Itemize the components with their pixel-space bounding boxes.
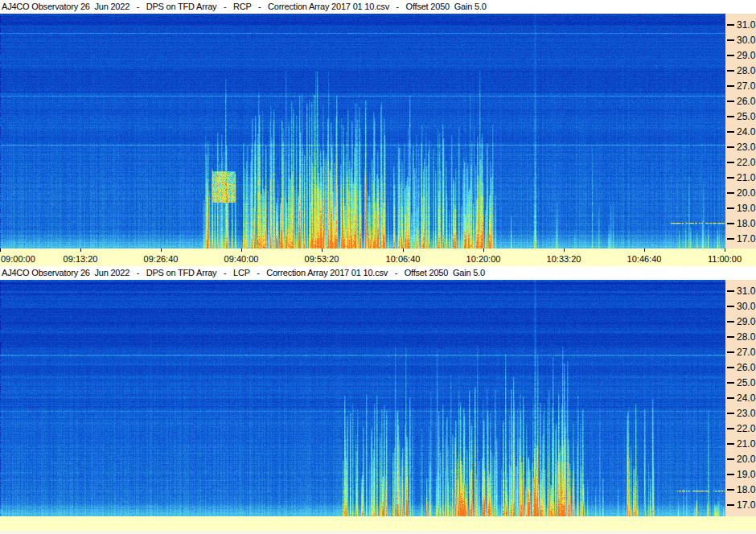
time-tick [241, 249, 242, 252]
freq-tick-label: 31.0 [737, 20, 755, 30]
freq-tick-label: 22.0 [737, 158, 755, 167]
freq-axis-lcp: 31.030.029.028.027.026.025.024.023.022.0… [725, 280, 756, 516]
freq-tick-label: 24.0 [737, 127, 755, 137]
freq-tick [727, 428, 734, 429]
time-tick-label: 10:20:00 [466, 255, 501, 264]
time-tick-label: 11:00:00 [708, 255, 742, 264]
freq-tick [727, 238, 734, 240]
freq-tick-label: 30.0 [737, 35, 755, 45]
freq-tick-label: 19.0 [737, 470, 755, 479]
freq-tick-label: 25.0 [737, 112, 755, 121]
freq-tick [727, 367, 734, 368]
time-tick [0, 249, 1, 252]
freq-tick [727, 443, 734, 445]
freq-tick [727, 336, 734, 338]
time-tick-label: 10:46:40 [627, 255, 662, 264]
freq-tick-label: 24.0 [737, 393, 755, 403]
freq-tick [727, 458, 734, 460]
freq-tick [727, 207, 734, 209]
time-tick-label: 09:13:20 [64, 255, 98, 264]
time-tick-label: 09:26:40 [144, 255, 179, 264]
freq-axis-rcp: 31.030.029.028.027.026.025.024.023.022.0… [725, 14, 756, 249]
freq-tick [727, 70, 734, 72]
time-tick [483, 249, 484, 252]
freq-tick-label: 21.0 [737, 173, 755, 183]
freq-tick-label: 20.0 [737, 454, 755, 464]
freq-tick-label: 20.0 [737, 188, 755, 198]
freq-tick-label: 19.0 [737, 203, 755, 213]
freq-tick-label: 17.0 [737, 234, 755, 244]
time-tick [161, 249, 162, 252]
freq-tick-label: 27.0 [737, 347, 755, 357]
time-axis-bottom [0, 516, 756, 531]
time-tick [644, 249, 645, 252]
freq-tick [727, 39, 734, 41]
freq-tick [727, 397, 734, 399]
freq-tick-label: 18.0 [737, 219, 755, 228]
time-tick [80, 249, 81, 252]
bottom-sliver [0, 531, 756, 534]
freq-tick [727, 306, 734, 307]
freq-tick [727, 131, 734, 133]
freq-tick [727, 85, 734, 87]
time-tick-label: 09:40:00 [224, 255, 259, 264]
freq-tick [727, 177, 734, 179]
freq-tick [727, 504, 734, 506]
freq-tick [727, 382, 734, 384]
time-tick-label: 10:06:40 [386, 255, 421, 264]
freq-tick [727, 116, 734, 117]
time-tick [725, 249, 725, 252]
freq-tick [727, 290, 734, 292]
freq-tick-label: 21.0 [737, 439, 755, 449]
spectrogram-rcp[interactable] [0, 14, 725, 249]
time-tick [564, 249, 565, 252]
freq-tick [727, 192, 734, 194]
freq-tick-label: 22.0 [737, 424, 755, 433]
freq-tick-label: 18.0 [737, 485, 755, 495]
freq-tick [727, 474, 734, 475]
freq-tick [727, 55, 734, 56]
freq-tick-label: 23.0 [737, 409, 755, 418]
freq-tick-label: 17.0 [737, 500, 755, 510]
freq-tick-label: 23.0 [737, 142, 755, 152]
freq-tick-label: 26.0 [737, 97, 755, 106]
freq-tick [727, 413, 734, 414]
freq-tick [727, 162, 734, 163]
freq-tick-label: 29.0 [737, 51, 755, 60]
freq-tick-label: 30.0 [737, 302, 755, 311]
freq-tick-label: 27.0 [737, 81, 755, 91]
freq-tick-label: 28.0 [737, 332, 755, 342]
freq-tick [727, 321, 734, 322]
panel-title-rcp: AJ4CO Observatory 26 Jun 2022 - DPS on T… [0, 0, 756, 14]
freq-tick-label: 31.0 [737, 286, 755, 296]
spectrogram-lcp[interactable] [0, 280, 725, 516]
freq-tick [727, 223, 734, 224]
freq-tick [727, 101, 734, 102]
panel-title-lcp: AJ4CO Observatory 26 Jun 2022 - DPS on T… [0, 266, 756, 280]
time-tick [322, 249, 323, 252]
freq-tick [727, 24, 734, 26]
freq-tick [727, 489, 734, 491]
time-tick-label: 09:00:00 [1, 255, 35, 264]
time-axis: 09:00:0009:13:2009:26:4009:40:0009:53:20… [0, 249, 756, 266]
freq-tick-label: 29.0 [737, 317, 755, 327]
freq-tick [727, 351, 734, 353]
time-tick-label: 10:33:20 [547, 255, 581, 264]
time-tick-label: 09:53:20 [305, 255, 339, 264]
freq-tick [727, 146, 734, 148]
freq-tick-label: 28.0 [737, 66, 755, 76]
time-tick [403, 249, 404, 252]
freq-tick-label: 25.0 [737, 378, 755, 388]
freq-tick-label: 26.0 [737, 363, 755, 372]
